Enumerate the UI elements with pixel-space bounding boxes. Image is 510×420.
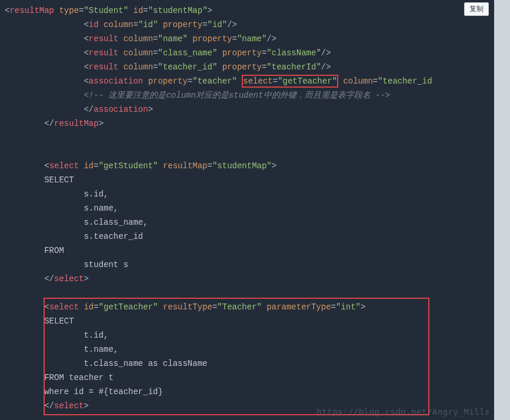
sql-text: t.name, <box>5 342 494 356</box>
code-line: <!-- 这里要注意的是column对应的是student中的外键，而且需是表字… <box>5 88 494 102</box>
code-block: <resultMap type="Student" id="studentMap… <box>0 0 494 420</box>
code-line: <result column="class_name" property="cl… <box>5 46 494 60</box>
code-line: <select id="getTeacher" resultType="Teac… <box>5 300 494 314</box>
code-line: <association property="teacher" select="… <box>5 74 494 88</box>
right-gutter <box>494 0 510 420</box>
highlight-select-attr: select="getTeacher" <box>242 75 338 88</box>
code-line: <select id="getStudent" resultMap="stude… <box>5 159 494 173</box>
sql-text: t.class_name as className <box>5 356 494 371</box>
sql-text: FROM teacher t <box>5 371 494 385</box>
sql-text: s.id, <box>5 187 494 201</box>
sql-text: FROM <box>5 244 494 258</box>
sql-text: t.id, <box>5 328 494 342</box>
code-line: </select> <box>5 399 494 413</box>
code-line: <id column="id" property="id"/> <box>5 18 494 32</box>
code-line: </association> <box>5 102 494 116</box>
code-line: <result column="teacher_id" property="te… <box>5 60 494 74</box>
code-line: </select> <box>5 272 494 286</box>
sql-text: student s <box>5 258 494 272</box>
copy-button[interactable]: 复制 <box>464 2 489 16</box>
sql-text: s.name, <box>5 201 494 215</box>
code-line: <resultMap type="Student" id="studentMap… <box>5 4 494 18</box>
sql-text: SELECT <box>5 173 494 187</box>
code-line: </resultMap> <box>5 116 494 131</box>
code-line: <result column="name" property="name"/> <box>5 32 494 46</box>
sql-text: s.class_name, <box>5 215 494 229</box>
sql-text: where id = #{teacher_id} <box>5 385 494 399</box>
sql-text: SELECT <box>5 314 494 328</box>
sql-text: s.teacher_id <box>5 229 494 244</box>
